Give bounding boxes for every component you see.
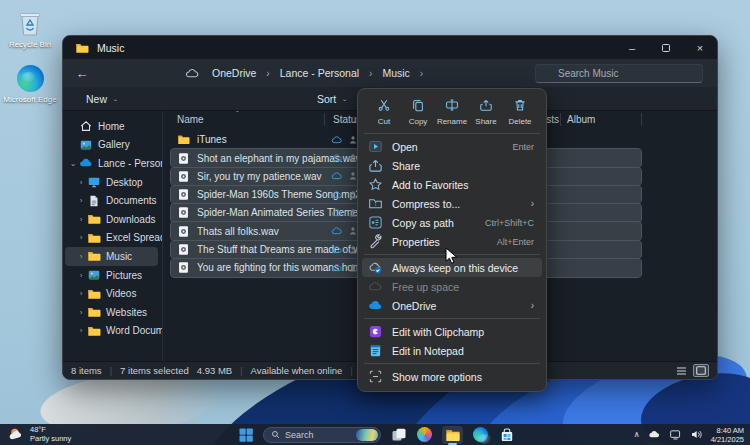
maximize-button[interactable]: [649, 36, 683, 59]
copilot-button[interactable]: [416, 426, 433, 443]
menu-item-open[interactable]: OpenEnter: [362, 137, 542, 156]
menu-item-compress-to-[interactable]: Compress to...›: [362, 194, 542, 213]
audio-file-icon: [177, 261, 190, 274]
sidebar-item-desktop[interactable]: ›Desktop: [65, 173, 158, 192]
menu-item-label: Copy as path: [392, 217, 454, 229]
chevron-right-icon[interactable]: ›: [75, 196, 87, 205]
availability-status: Available when online: [251, 365, 343, 376]
edge-icon: [473, 427, 488, 442]
sidebar-item-gallery[interactable]: ›Gallery: [65, 136, 158, 155]
menu-item-label: Edit with Clipchamp: [392, 326, 484, 338]
sidebar-item-label: Lance - Persona: [98, 158, 163, 169]
menu-item-copy-as-path[interactable]: Copy as pathCtrl+Shift+C: [362, 213, 542, 232]
copilot-icon: [417, 427, 432, 442]
mouse-cursor: [444, 247, 460, 265]
context-menu: CutCopyRenameShareDelete OpenEnterShareA…: [357, 88, 547, 392]
menu-item-edit-in-notepad[interactable]: Edit in Notepad: [362, 341, 542, 360]
chevron-right-icon[interactable]: ›: [75, 178, 87, 187]
task-view-icon: [391, 427, 407, 443]
menu-separator: [364, 133, 540, 134]
chevron-right-icon[interactable]: ›: [75, 215, 87, 224]
onedrive-icon: [368, 298, 383, 313]
desktop-icon-microsoft-edge[interactable]: Microsoft Edge: [2, 63, 58, 104]
edge-button[interactable]: [472, 426, 489, 443]
sidebar-item-excel-spreadsh[interactable]: ›Excel Spreadsh: [65, 229, 158, 248]
menu-item-edit-with-clipchamp[interactable]: Edit with Clipchamp: [362, 322, 542, 341]
sidebar-item-label: Music: [106, 251, 132, 262]
audio-file-icon: [177, 243, 190, 256]
minimize-button[interactable]: –: [615, 36, 649, 59]
menu-item-label: Add to Favorites: [392, 179, 468, 191]
search-input[interactable]: [535, 64, 703, 83]
close-button[interactable]: ×: [683, 36, 717, 59]
clock[interactable]: 8:40 AM 4/21/2025: [711, 426, 744, 444]
menu-separator: [364, 318, 540, 319]
new-button[interactable]: New⌄: [78, 90, 127, 108]
cloud-available-icon: [331, 225, 343, 237]
sidebar-item-websites[interactable]: ›Websites: [65, 303, 158, 322]
chevron-right-icon[interactable]: ›: [75, 252, 87, 261]
file-status: [331, 207, 359, 219]
file-name: Thats all folks.wav: [197, 226, 279, 237]
sort-ascending-icon: ˆ: [236, 109, 239, 118]
breadcrumb-lance-personal[interactable]: Lance - Personal: [280, 67, 359, 79]
rename-quick-button[interactable]: Rename: [436, 96, 468, 128]
column-divider[interactable]: [641, 113, 642, 126]
breadcrumb-onedrive[interactable]: OneDrive: [212, 67, 256, 79]
menu-item-show-more-options[interactable]: Show more options: [362, 367, 542, 386]
sidebar-item-lance-persona[interactable]: ⌄Lance - Persona: [65, 154, 158, 173]
chevron-right-icon[interactable]: ›: [75, 326, 87, 335]
delete-quick-button[interactable]: Delete: [504, 96, 536, 128]
share-quick-button[interactable]: Share: [470, 96, 502, 128]
column-divider[interactable]: [560, 113, 561, 126]
menu-item-shortcut: Enter: [512, 142, 534, 152]
star-icon: [368, 177, 383, 192]
sort-button[interactable]: Sort⌄: [309, 90, 356, 108]
cloud-available-icon: [331, 244, 343, 256]
sidebar-item-videos[interactable]: ›Videos: [65, 284, 158, 303]
file-status: [331, 262, 359, 274]
details-view-button[interactable]: [673, 364, 689, 377]
desktop-icon-recycle-bin[interactable]: Recycle Bin: [2, 8, 58, 49]
menu-item-add-to-favorites[interactable]: Add to Favorites: [362, 175, 542, 194]
chevron-right-icon[interactable]: ›: [75, 308, 87, 317]
menu-item-onedrive[interactable]: OneDrive›: [362, 296, 542, 315]
breadcrumb-music[interactable]: Music: [382, 67, 409, 79]
sidebar-item-pictures[interactable]: ›Pictures: [65, 266, 158, 285]
sidebar-item-label: Websites: [106, 307, 147, 318]
menu-item-label: Free up space: [392, 281, 459, 293]
onedrive-icon: [185, 66, 200, 81]
copy-quick-button[interactable]: Copy: [402, 96, 434, 128]
chevron-right-icon[interactable]: ›: [75, 233, 87, 242]
file-explorer-button[interactable]: [442, 426, 463, 444]
audio-file-icon: [177, 225, 190, 238]
cloud-available-icon: [331, 189, 343, 201]
chevron-right-icon[interactable]: ›: [75, 271, 87, 280]
volume-icon[interactable]: [690, 428, 703, 441]
back-button[interactable]: ←: [69, 66, 95, 81]
column-header-name[interactable]: Name: [177, 114, 204, 125]
thumbnail-view-button[interactable]: [693, 364, 709, 377]
column-divider[interactable]: [324, 113, 325, 126]
sidebar-item-home[interactable]: ›Home: [65, 117, 158, 136]
start-button[interactable]: [237, 426, 254, 443]
chevron-right-icon[interactable]: ›: [75, 289, 87, 298]
sidebar-item-documents[interactable]: ›Documents: [65, 191, 158, 210]
home-icon: [79, 119, 93, 133]
cut-quick-button[interactable]: Cut: [368, 96, 400, 128]
menu-item-share[interactable]: Share: [362, 156, 542, 175]
trash-icon: [513, 98, 527, 116]
column-header-album[interactable]: Album: [567, 114, 595, 125]
tray-expand-icon[interactable]: ∧: [634, 430, 640, 439]
task-view-button[interactable]: [390, 426, 407, 443]
network-icon[interactable]: [669, 428, 682, 441]
chevron-down-icon[interactable]: ⌄: [67, 159, 79, 168]
store-button[interactable]: [498, 426, 515, 443]
folder-icon: [87, 249, 101, 263]
weather-widget[interactable]: 48°F Partly sunny: [8, 426, 71, 443]
taskbar-search-box[interactable]: Search: [263, 427, 381, 443]
sidebar-item-downloads[interactable]: ›Downloads: [65, 210, 158, 229]
sidebar-item-music[interactable]: ›Music: [65, 247, 158, 266]
sidebar-item-word-docume[interactable]: ›Word Docume: [65, 322, 158, 341]
onedrive-tray-icon[interactable]: [648, 428, 661, 441]
